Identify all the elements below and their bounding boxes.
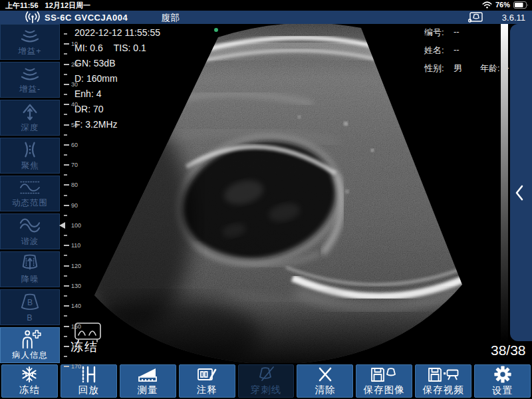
device-name: SS-6C GVCCJA004 — [45, 13, 128, 23]
wifi-icon — [482, 1, 492, 9]
param-gain: GN: 53dB — [74, 56, 160, 71]
param-mi: MI: 0.6 — [74, 41, 103, 56]
b-mode-icon: B — [17, 293, 43, 313]
patient-id-value: -- — [454, 27, 460, 37]
denoise-icon — [17, 253, 43, 273]
toolbar-label: 设置 — [492, 384, 513, 397]
dynamic-range-icon — [17, 178, 43, 197]
image-review-icon[interactable] — [468, 12, 483, 23]
focus-icon — [17, 140, 43, 160]
sidebar-item-dynamic-range[interactable]: 动态范围 — [0, 176, 60, 211]
freeze-status-label: 冻结 — [70, 338, 98, 356]
bottom-toolbar: 冻结 回放 测量 — [0, 363, 532, 399]
sidebar-item-label: 病人信息 — [12, 350, 48, 361]
patient-sex-value: 男 — [454, 63, 462, 74]
sidebar-item-label: 深度 — [21, 122, 39, 134]
sidebar-item-b-mode[interactable]: B B — [0, 289, 60, 325]
param-enh: Enh: 4 — [74, 86, 160, 102]
status-time: 上午11:56 — [5, 1, 39, 11]
clear-icon — [317, 366, 334, 383]
scan-datetime: 2022-12-12 11:55:55 — [74, 25, 160, 41]
measure-icon — [137, 366, 158, 383]
depth-icon — [17, 102, 43, 122]
toolbar-label: 保存图像 — [364, 384, 405, 396]
toolbar-clear-button[interactable]: 清除 — [297, 364, 353, 398]
save-image-icon — [370, 366, 398, 383]
toolbar-save-video-button[interactable]: 保存视频 — [415, 364, 471, 398]
freeze-icon — [20, 366, 39, 383]
sidebar-item-gain-minus[interactable]: 增益- — [0, 62, 60, 98]
save-video-icon — [428, 366, 459, 383]
toolbar-playback-button[interactable]: 回放 — [61, 364, 117, 398]
toolbar-label: 冻结 — [19, 384, 40, 396]
toolbar-label: 回放 — [78, 384, 99, 396]
sidebar-item-focus[interactable]: 聚焦 — [0, 138, 60, 174]
param-dr: DR: 70 — [74, 102, 160, 117]
toolbar-save-image-button[interactable]: 保存图像 — [356, 364, 412, 398]
sidebar: 增益+ 增益- 深度 — [0, 24, 60, 363]
gain-plus-icon — [17, 27, 43, 45]
battery-icon — [513, 1, 529, 9]
scan-parameters: 2022-12-12 11:55:55 MI: 0.6 TIS: 0.1 GN:… — [74, 25, 160, 132]
right-panel-collapsed — [510, 24, 532, 341]
sidebar-item-depth[interactable]: 深度 — [0, 100, 60, 136]
panel-expand-chevron-icon[interactable] — [515, 185, 523, 201]
param-depth: D: 160mm — [74, 71, 160, 86]
param-tis: TIS: 0.1 — [114, 41, 146, 56]
sidebar-item-label: 谐波 — [21, 236, 39, 247]
patient-info-icon — [17, 329, 43, 349]
sidebar-item-patient-info[interactable]: 病人信息 — [0, 327, 60, 363]
toolbar-label: 清除 — [315, 384, 335, 396]
ultrasound-app: 上午11:56 12月12日周一 76% — [0, 0, 532, 399]
toolbar-label: 测量 — [138, 384, 158, 396]
patient-age-label: 年龄: — [480, 63, 500, 74]
annotate-icon — [196, 366, 217, 383]
param-freq: F: 3.2MHz — [74, 117, 160, 132]
sidebar-item-denoise[interactable]: 降噪 — [0, 251, 60, 287]
battery-percent: 76% — [495, 1, 510, 9]
status-date: 12月12日周一 — [45, 1, 90, 11]
sidebar-item-label: 增益- — [19, 84, 41, 95]
settings-gear-icon — [493, 365, 512, 384]
sidebar-item-gain-plus[interactable]: 增益+ — [0, 24, 60, 60]
toolbar-puncture-line-button[interactable]: 穿刺线 — [238, 364, 295, 398]
patient-name-value: -- — [454, 45, 460, 55]
app-version: 3.6.11 — [502, 13, 525, 23]
toolbar-label: 保存视频 — [423, 384, 464, 396]
sidebar-item-label: 动态范围 — [12, 198, 48, 209]
patient-sex-label: 性别: — [424, 63, 444, 74]
sidebar-item-label: B — [27, 313, 33, 323]
puncture-line-icon — [256, 366, 276, 383]
patient-id-label: 编号: — [424, 27, 444, 39]
header: SS-6C GVCCJA004 腹部 3.6.11 — [0, 11, 532, 24]
harmonic-icon — [17, 215, 43, 235]
sidebar-item-label: 聚焦 — [21, 160, 39, 172]
sidebar-item-harmonic[interactable]: 谐波 — [0, 213, 60, 249]
patient-name-label: 姓名: — [424, 45, 444, 57]
toolbar-label: 注释 — [197, 384, 217, 396]
toolbar-freeze-button[interactable]: 冻结 — [1, 364, 58, 398]
status-bar: 上午11:56 12月12日周一 76% — [0, 0, 532, 11]
toolbar-label: 穿刺线 — [251, 384, 282, 396]
playback-icon — [78, 366, 98, 383]
toolbar-measure-button[interactable]: 测量 — [120, 364, 176, 398]
toolbar-annotate-button[interactable]: 注释 — [179, 364, 235, 398]
sidebar-item-label: 降噪 — [21, 274, 39, 285]
probe-signal-icon — [24, 11, 41, 23]
sidebar-item-label: 增益+ — [18, 46, 41, 57]
grayscale-bar — [501, 24, 508, 343]
frame-counter: 38/38 — [491, 342, 526, 358]
probe-orientation-marker — [214, 28, 218, 32]
svg-text:B: B — [27, 297, 33, 307]
toolbar-settings-button[interactable]: 设置 — [474, 364, 531, 398]
patient-info-overlay: 编号: -- 姓名: -- 性别: 男 年龄: -- — [424, 27, 524, 80]
gain-minus-icon — [17, 65, 43, 83]
